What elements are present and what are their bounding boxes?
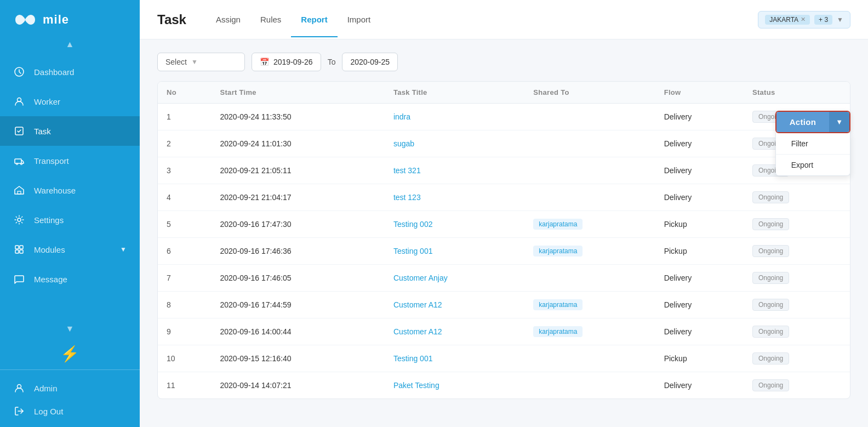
calendar-icon: 📅: [260, 58, 269, 66]
cell-shared-to: karjapratama: [524, 211, 655, 238]
cell-status: Ongoing: [744, 211, 850, 238]
mile-logo-icon: [13, 12, 37, 27]
cell-shared-to: karjapratama: [524, 292, 655, 318]
svg-point-7: [18, 218, 21, 221]
cell-flow: Delivery: [655, 292, 744, 318]
cell-status: Ongoing: [744, 265, 850, 292]
shared-to-badge: karjapratama: [533, 219, 583, 230]
sidebar-item-transport[interactable]: Transport: [0, 146, 140, 175]
location-tag-text: JAKARTA: [769, 16, 798, 24]
col-status: Status: [744, 82, 850, 104]
action-dropdown-toggle[interactable]: ▼: [829, 112, 849, 132]
sidebar-item-settings[interactable]: Settings: [0, 205, 140, 235]
cell-task-title[interactable]: sugab: [385, 130, 524, 157]
sidebar-item-admin-label: Admin: [34, 384, 58, 393]
select-arrow-icon: ▼: [191, 58, 198, 66]
action-export-item[interactable]: Export: [776, 155, 850, 175]
cell-task-title[interactable]: Testing 001: [385, 238, 524, 265]
task-title-link: indra: [393, 112, 410, 121]
cell-start-time: 2020-09-24 11:01:30: [212, 130, 385, 157]
action-chevron-icon: ▼: [836, 118, 843, 126]
cell-task-title[interactable]: Customer Anjay: [385, 265, 524, 292]
task-table-container: No Start Time Task Title Shared To Flow …: [157, 81, 850, 399]
message-icon: [13, 273, 25, 285]
admin-user-icon: [13, 382, 25, 394]
action-filter-item[interactable]: Filter: [776, 133, 850, 155]
location-selector[interactable]: JAKARTA ✕ + 3 ▼: [758, 11, 850, 29]
sidebar-item-dashboard[interactable]: Dashboard: [0, 57, 140, 87]
cell-no: 1: [158, 104, 212, 130]
settings-icon: [13, 214, 25, 226]
sidebar-item-warehouse[interactable]: Warehouse: [0, 175, 140, 205]
cell-task-title[interactable]: Paket Testing: [385, 372, 524, 399]
tab-assign[interactable]: Assign: [206, 2, 250, 37]
cell-flow: Pickup: [655, 345, 744, 372]
cell-start-time: 2020-09-16 14:00:44: [212, 318, 385, 345]
header: Task Assign Rules Report Import JAKARTA …: [140, 0, 868, 39]
table-row: 9 2020-09-16 14:00:44 Customer A12 karja…: [158, 318, 850, 345]
col-start-time: Start Time: [212, 82, 385, 104]
table-row: 8 2020-09-16 17:44:59 Customer A12 karja…: [158, 292, 850, 318]
cell-task-title[interactable]: Customer A12: [385, 292, 524, 318]
select-placeholder: Select: [165, 58, 187, 66]
sidebar-scroll-down[interactable]: ▼: [0, 322, 140, 336]
action-area: Action ▼ Filter Export: [775, 111, 850, 176]
location-tag-close-icon[interactable]: ✕: [801, 16, 806, 23]
sidebar-item-worker[interactable]: Worker: [0, 87, 140, 116]
tab-report[interactable]: Report: [291, 2, 337, 37]
dashboard-icon: [13, 66, 25, 78]
sidebar-scroll-up[interactable]: ▲: [0, 37, 140, 52]
cell-no: 7: [158, 265, 212, 292]
modules-icon: [13, 243, 25, 255]
svg-rect-9: [20, 246, 23, 249]
modules-arrow-icon: ▼: [120, 246, 127, 253]
app-name: mile: [43, 13, 69, 27]
tab-import[interactable]: Import: [338, 2, 381, 37]
status-badge: Ongoing: [752, 191, 789, 203]
cell-task-title[interactable]: test 321: [385, 157, 524, 184]
sidebar-item-message[interactable]: Message: [0, 264, 140, 294]
cell-shared-to: [524, 265, 655, 292]
action-dropdown-menu: Filter Export: [775, 133, 850, 176]
select-filter[interactable]: Select ▼: [157, 53, 245, 71]
status-badge: Ongoing: [752, 272, 789, 284]
cell-start-time: 2020-09-15 12:16:40: [212, 345, 385, 372]
sidebar-bolt-area: ⚡: [0, 336, 140, 367]
sidebar-item-worker-label: Worker: [34, 97, 60, 106]
location-tag-jakarta: JAKARTA ✕: [765, 15, 810, 25]
cell-no: 3: [158, 157, 212, 184]
table-header: No Start Time Task Title Shared To Flow …: [158, 82, 850, 104]
cell-shared-to: [524, 130, 655, 157]
cell-shared-to: karjapratama: [524, 318, 655, 345]
table-row: 4 2020-09-21 21:04:17 test 123 Delivery …: [158, 184, 850, 211]
cell-shared-to: [524, 372, 655, 399]
cell-status: Ongoing: [744, 184, 850, 211]
sidebar-divider: [0, 369, 140, 370]
cell-task-title[interactable]: Testing 001: [385, 345, 524, 372]
cell-task-title[interactable]: test 123: [385, 184, 524, 211]
filters-row: Select ▼ 📅 2019-09-26 To 2020-09-25: [157, 53, 850, 71]
sidebar-item-admin[interactable]: Admin: [0, 377, 140, 400]
cell-task-title[interactable]: Customer A12: [385, 318, 524, 345]
shared-to-badge: karjapratama: [533, 246, 583, 257]
worker-icon: [13, 95, 25, 107]
sidebar-item-warehouse-label: Warehouse: [34, 186, 76, 195]
sidebar-item-logout[interactable]: Log Out: [0, 400, 140, 427]
task-icon: [13, 125, 25, 137]
tab-rules[interactable]: Rules: [250, 2, 291, 37]
shared-to-badge: karjapratama: [533, 299, 583, 310]
status-badge: Ongoing: [752, 218, 789, 230]
table-body: 1 2020-09-24 11:33:50 indra Delivery Ong…: [158, 104, 850, 399]
date-from-filter[interactable]: 📅 2019-09-26: [252, 53, 321, 71]
cell-task-title[interactable]: Testing 002: [385, 211, 524, 238]
status-badge: Ongoing: [752, 326, 789, 338]
table-row: 1 2020-09-24 11:33:50 indra Delivery Ong…: [158, 104, 850, 130]
sidebar-item-task[interactable]: Task: [0, 116, 140, 146]
action-button[interactable]: Action: [776, 112, 829, 132]
sidebar-item-modules[interactable]: Modules ▼: [0, 235, 140, 264]
date-to-filter[interactable]: 2020-09-25: [342, 53, 398, 71]
shared-to-badge: karjapratama: [533, 326, 583, 337]
cell-task-title[interactable]: indra: [385, 104, 524, 130]
col-shared-to: Shared To: [524, 82, 655, 104]
cell-flow: Delivery: [655, 265, 744, 292]
